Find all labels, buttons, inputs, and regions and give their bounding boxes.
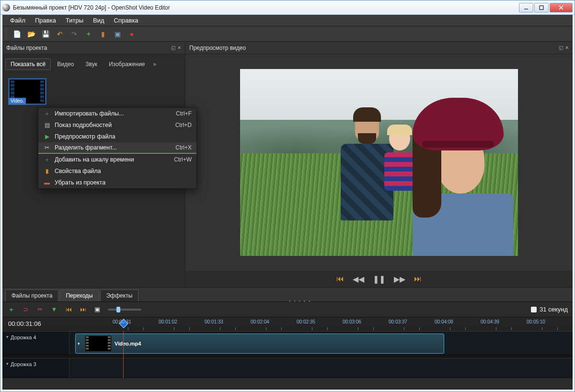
preview-frame: [240, 69, 518, 256]
tab-audio[interactable]: Звук: [80, 58, 103, 70]
chevron-down-icon[interactable]: ▾: [6, 334, 9, 339]
export-icon[interactable]: ●: [127, 29, 137, 39]
maximize-button[interactable]: [534, 3, 549, 12]
menu-help[interactable]: Справка: [109, 16, 143, 25]
ctx-preview-file[interactable]: ▶Предпросмотр файла: [38, 131, 196, 142]
plus-icon: ＋: [43, 110, 51, 117]
tab-project-files[interactable]: Файлы проекта: [5, 289, 58, 301]
ruler-tick: 00:03:37: [389, 319, 407, 324]
jump-start-icon[interactable]: ⏮: [336, 275, 344, 283]
track-lane[interactable]: [69, 358, 573, 378]
ctx-file-properties[interactable]: ▮Свойства файла: [38, 165, 196, 177]
center-playhead-icon[interactable]: ▣: [93, 306, 101, 313]
snap-icon[interactable]: ⊃: [22, 306, 29, 313]
timeline-toolbar: ＋ ⊃ ✂ ▼ ⏮ ⏭ ▣ 31 секунд: [2, 301, 573, 317]
current-time: 00:00:31:06: [8, 320, 41, 327]
properties-icon: ▮: [43, 167, 51, 175]
new-project-icon[interactable]: 📄: [12, 29, 22, 39]
close-panel-icon[interactable]: ✕: [177, 45, 181, 50]
project-files-title: Файлы проекта: [6, 45, 47, 51]
playback-controls: ⏮ ◀◀ ❚❚ ▶▶ ⏭: [185, 271, 573, 287]
zoom-label: 31 секунд: [540, 306, 568, 313]
save-project-icon[interactable]: 💾: [41, 29, 50, 39]
redo-icon[interactable]: ↷: [69, 29, 79, 39]
ruler-tick: 00:03:06: [343, 319, 361, 324]
close-panel-icon[interactable]: ✕: [565, 45, 569, 50]
clip-name: Video.mp4: [115, 341, 141, 346]
open-project-icon[interactable]: 📂: [26, 29, 36, 39]
marker-dropdown-icon[interactable]: ▼: [50, 306, 58, 313]
ruler-tick: 00:01:02: [159, 319, 177, 324]
jump-end-icon[interactable]: ⏭: [414, 275, 422, 283]
window-titlebar: Безымянный проект [HDV 720 24p] - OpenSh…: [0, 0, 575, 15]
add-track-icon[interactable]: ＋: [7, 306, 15, 313]
tabs-overflow-icon[interactable]: »: [151, 61, 159, 68]
fullscreen-icon[interactable]: ▣: [113, 29, 122, 39]
tab-effects[interactable]: Эффекты: [100, 289, 139, 301]
scissors-icon: ✂: [43, 144, 51, 151]
tab-video[interactable]: Видео: [52, 58, 79, 70]
undock-icon[interactable]: ◱: [171, 45, 175, 50]
clip-thumb: [85, 335, 112, 352]
track-lane[interactable]: ▾ Video.mp4: [69, 332, 573, 355]
pause-icon[interactable]: ❚❚: [373, 275, 385, 284]
splitter-handle[interactable]: • • • • •: [289, 299, 311, 304]
project-filter-tabs: Показать всё Видео Звук Изображение »: [2, 54, 185, 70]
app-icon: [2, 4, 10, 12]
zoom-slider[interactable]: [108, 309, 141, 311]
ruler-tick: 00:01:33: [205, 319, 223, 324]
menu-file[interactable]: Файл: [5, 16, 30, 25]
project-file-thumb[interactable]: Video.: [8, 78, 46, 105]
track-label: Дорожка 3: [11, 361, 36, 367]
tab-show-all[interactable]: Показать всё: [5, 58, 51, 70]
main-toolbar: 📄 📂 💾 ↶ ↷ ＋ ▮ ▣ ●: [2, 26, 573, 42]
timeline-tracks: ▾Дорожка 4 ▾ Video.mp4 ▾Дорожка 3: [2, 331, 573, 378]
preview-panel: Предпросмотр видео ◱✕ ⏮ ◀◀ ❚❚ ▶▶ ⏭: [185, 42, 573, 287]
svg-rect-1: [540, 6, 543, 10]
rewind-icon[interactable]: ◀◀: [353, 275, 364, 284]
zoom-indicator-icon: [531, 307, 537, 312]
chevron-down-icon[interactable]: ▾: [78, 341, 80, 346]
next-marker-icon[interactable]: ⏭: [79, 306, 87, 313]
close-button[interactable]: [550, 3, 573, 12]
window-title: Безымянный проект [HDV 720 24p] - OpenSh…: [13, 4, 519, 11]
razor-icon[interactable]: ✂: [36, 306, 44, 313]
ruler-tick: 00:04:08: [435, 319, 453, 324]
track-label: Дорожка 4: [11, 334, 36, 340]
ruler-tick: 00:02:04: [251, 319, 269, 324]
preview-title: Предпросмотр видео: [189, 45, 246, 51]
context-menu: ＋Импортировать файлы...Ctrl+F ▤Показ под…: [38, 107, 197, 189]
menu-edit[interactable]: Правка: [30, 16, 61, 25]
ctx-add-to-timeline[interactable]: ＋Добавить на шкалу времениCtrl+W: [38, 154, 196, 165]
ruler-tick: 00:02:35: [297, 319, 315, 324]
timeline-ruler[interactable]: 00:00:31:06 00:00:3100:01:0200:01:3300:0…: [2, 317, 573, 331]
bottom-dock-tabs: Файлы проекта Переходы Эффекты: [2, 287, 573, 301]
forward-icon[interactable]: ▶▶: [394, 275, 405, 284]
ctx-show-details[interactable]: ▤Показ подробностейCtrl+D: [38, 119, 196, 131]
project-file-label: Video.: [9, 98, 26, 104]
ruler-tick: 00:00:31: [113, 319, 131, 324]
import-icon[interactable]: ＋: [84, 29, 93, 39]
menu-titles[interactable]: Титры: [61, 16, 88, 25]
minus-icon: ▬: [43, 179, 51, 186]
chevron-down-icon[interactable]: ▾: [6, 361, 9, 366]
menubar: Файл Правка Титры Вид Справка: [2, 15, 573, 26]
timeline-clip[interactable]: ▾ Video.mp4: [75, 334, 444, 354]
tab-image[interactable]: Изображение: [104, 58, 150, 70]
prev-marker-icon[interactable]: ⏮: [65, 306, 72, 313]
list-icon: ▤: [43, 121, 51, 129]
track-3: ▾Дорожка 3: [2, 358, 573, 378]
undock-icon[interactable]: ◱: [559, 45, 563, 50]
track-4: ▾Дорожка 4 ▾ Video.mp4: [2, 331, 573, 355]
profile-icon[interactable]: ▮: [98, 29, 108, 39]
ctx-remove-from-project[interactable]: ▬Убрать из проекта: [38, 177, 196, 188]
plus-icon: ＋: [43, 156, 51, 163]
tab-transitions[interactable]: Переходы: [59, 289, 99, 301]
ctx-import-files[interactable]: ＋Импортировать файлы...Ctrl+F: [38, 108, 196, 119]
minimize-button[interactable]: [519, 3, 533, 12]
menu-view[interactable]: Вид: [88, 16, 109, 25]
playhead-line: [123, 331, 124, 378]
toolbar-grip: [5, 29, 7, 39]
ctx-split-clip[interactable]: ✂Разделить фрагмент...Ctrl+X: [38, 142, 196, 154]
undo-icon[interactable]: ↶: [55, 29, 65, 39]
